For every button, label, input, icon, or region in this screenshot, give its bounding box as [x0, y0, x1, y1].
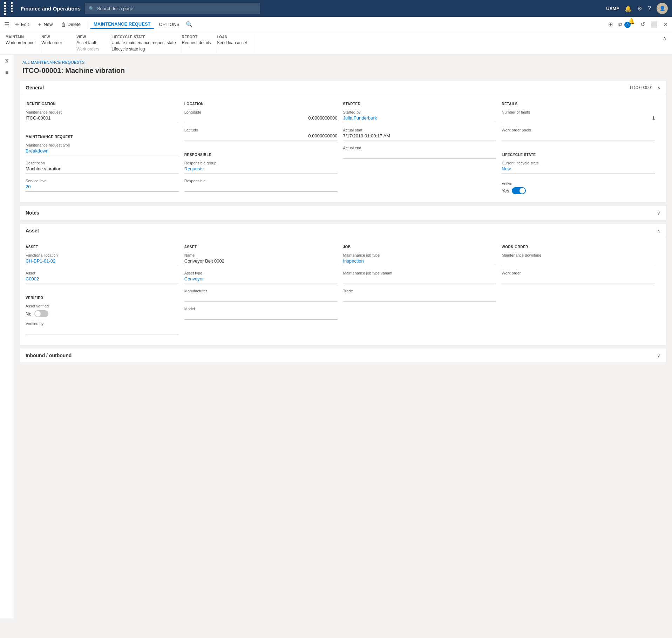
field-longitude-value: 0.0000000000 — [184, 115, 338, 123]
field-manufacturer-label: Manufacturer — [184, 289, 338, 293]
job-group-title: JOB — [343, 245, 496, 249]
field-work-order-pools-value — [502, 133, 655, 141]
breadcrumb[interactable]: ALL MAINTENANCE REQUESTS — [22, 60, 664, 65]
ribbon-maintain-items: Work order pool — [6, 40, 35, 45]
tab-options[interactable]: OPTIONS — [156, 20, 183, 28]
new-button[interactable]: ＋ New — [34, 20, 56, 29]
general-section: General ITCO-00001 ∧ IDENTIFICATION Main… — [20, 80, 666, 203]
open-in-new-icon[interactable]: ⧉ — [617, 20, 624, 29]
ribbon-new-items: Work order — [41, 40, 70, 45]
asset-col-1: ASSET Functional location CH-BP1-01-02 A… — [26, 244, 184, 339]
active-toggle[interactable] — [512, 187, 526, 194]
inbound-outbound-section-title: Inbound / outbound — [26, 353, 72, 358]
user-avatar[interactable]: 👤 — [657, 3, 668, 14]
spacer2 — [184, 146, 338, 151]
maintenance-request-group-title: MAINTENANCE REQUEST — [26, 135, 179, 139]
edit-button[interactable]: ✏ Edit — [12, 20, 32, 29]
ribbon-lifecycle-title: LIFECYCLE STATE — [111, 35, 176, 39]
active-label: Active — [502, 182, 655, 186]
general-section-body: IDENTIFICATION Maintenance request ITCO-… — [20, 95, 666, 202]
field-work-order-value — [502, 276, 655, 284]
delete-icon: 🗑 — [61, 22, 66, 27]
field-service-level: Service level 20 — [26, 179, 179, 192]
notification-badge-container: 🔔 0 — [626, 18, 636, 31]
field-actual-end: Actual end — [343, 146, 496, 159]
field-responsible-label: Responsible — [184, 179, 338, 183]
asset-section-header[interactable]: Asset ∧ — [20, 224, 666, 238]
ribbon-asset-fault[interactable]: Asset fault — [76, 40, 106, 45]
asset-verified-toggle-label: No — [26, 311, 32, 317]
field-request-type-label: Maintenance request type — [26, 143, 179, 147]
settings-icon[interactable]: ⚙ — [637, 5, 642, 12]
lifecycle-state-group-title: LIFECYCLE STATE — [502, 153, 655, 157]
close-icon[interactable]: ✕ — [662, 20, 669, 29]
field-lifecycle-value[interactable]: New — [502, 166, 655, 174]
field-service-level-value[interactable]: 20 — [26, 184, 179, 192]
field-request-type-value[interactable]: Breakdown — [26, 148, 179, 156]
field-longitude: Longitude 0.0000000000 — [184, 110, 338, 123]
ribbon-request-details[interactable]: Request details — [182, 40, 211, 45]
field-job-variant: Maintenance job type variant — [343, 271, 496, 284]
refresh-icon[interactable]: ↺ — [639, 20, 646, 29]
asset-col-2: ASSET Name Conveyor Belt 0002 Asset type… — [184, 244, 343, 339]
general-section-id: ITCO-00001 — [630, 85, 653, 90]
asset-section: Asset ∧ ASSET Functional location CH-BP1… — [20, 223, 666, 345]
field-num-faults-label: Number of faults — [502, 110, 655, 114]
field-verified-by-value — [26, 327, 179, 334]
field-work-order-label: Work order — [502, 271, 655, 275]
ribbon-loan: LOAN Send loan asset — [217, 34, 253, 53]
ribbon-work-order-pool[interactable]: Work order pool — [6, 40, 35, 45]
field-responsible-group-value[interactable]: Requests — [184, 166, 338, 174]
field-work-order: Work order — [502, 271, 655, 284]
field-maintenance-request-value: ITCO-00001 — [26, 115, 179, 123]
hamburger-icon[interactable]: ☰ — [3, 20, 11, 29]
global-search[interactable]: 🔍 Search for a page — [85, 3, 260, 14]
asset-col-3: JOB Maintenance job type Inspection Main… — [343, 244, 502, 339]
sidebar-menu-icon[interactable]: ≡ — [5, 69, 8, 76]
layout-icon[interactable]: ⊞ — [607, 20, 614, 29]
page-title: ITCO-00001: Machine vibration — [22, 67, 664, 75]
general-section-header[interactable]: General ITCO-00001 ∧ — [20, 81, 666, 95]
field-manufacturer: Manufacturer — [184, 289, 338, 302]
notes-section-header[interactable]: Notes ∨ — [20, 206, 666, 220]
inbound-outbound-section-header[interactable]: Inbound / outbound ∨ — [20, 348, 666, 363]
ribbon: MAINTAIN Work order pool NEW Work order … — [0, 32, 672, 55]
ribbon-lifecycle-items: Update maintenance request state Lifecyc… — [111, 40, 176, 52]
field-started-by-value[interactable]: Julia Funderburk — [343, 115, 496, 123]
col-details: DETAILS Number of faults 1 Work order po… — [502, 101, 660, 197]
delete-button[interactable]: 🗑 Delete — [57, 20, 84, 29]
search-bar-icon[interactable]: 🔍 — [184, 20, 194, 29]
field-actual-start: Actual start 7/17/2019 01:00:17 AM — [343, 128, 496, 141]
asset-verified-toggle[interactable] — [34, 310, 48, 317]
field-work-order-pools: Work order pools — [502, 128, 655, 141]
field-asset-type-value[interactable]: Conveyor — [184, 276, 338, 284]
help-icon[interactable]: ? — [648, 5, 651, 12]
field-functional-location: Functional location CH-BP1-01-02 — [26, 253, 179, 266]
field-model-label: Model — [184, 307, 338, 311]
general-section-title: General — [26, 85, 44, 90]
ribbon-collapse-button[interactable]: ∧ — [663, 34, 666, 53]
ribbon-update-state[interactable]: Update maintenance request state — [111, 40, 176, 45]
ribbon-report-items: Request details — [182, 40, 211, 45]
ribbon-lifecycle-log[interactable]: Lifecycle state log — [111, 47, 176, 52]
responsible-group-title: RESPONSIBLE — [184, 153, 338, 157]
field-model-value — [184, 312, 338, 320]
asset-col-4: WORK ORDER Maintenance downtime Work ord… — [502, 244, 660, 339]
field-maintenance-downtime: Maintenance downtime — [502, 253, 655, 266]
tab-maintenance-request[interactable]: MAINTENANCE REQUEST — [90, 20, 154, 29]
field-asset-value[interactable]: C0002 — [26, 276, 179, 284]
field-job-type-value[interactable]: Inspection — [343, 258, 496, 266]
field-functional-location-value[interactable]: CH-BP1-01-02 — [26, 258, 179, 266]
sidebar-filter-icon[interactable]: ⧖ — [5, 57, 9, 64]
field-maintenance-request-label: Maintenance request — [26, 110, 179, 114]
ribbon-maintain-title: MAINTAIN — [6, 35, 35, 39]
field-description-value: Machine vibration — [26, 166, 179, 174]
app-grid-icon[interactable] — [4, 2, 16, 15]
notification-icon[interactable]: 🔔 — [625, 5, 632, 12]
ribbon-send-loan-asset[interactable]: Send loan asset — [217, 40, 247, 45]
ribbon-work-order[interactable]: Work order — [41, 40, 62, 45]
asset-collapse-icon: ∧ — [657, 228, 660, 233]
field-job-type-label: Maintenance job type — [343, 253, 496, 257]
spacer4 — [502, 179, 655, 182]
popout-icon[interactable]: ⬜ — [649, 20, 659, 29]
